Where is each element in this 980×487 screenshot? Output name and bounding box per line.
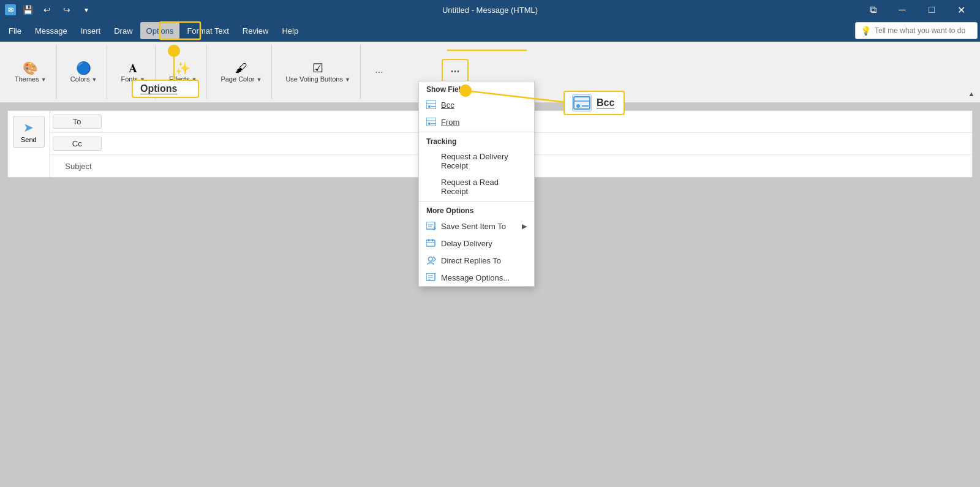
page-color-icon: 🖌 [235, 62, 247, 74]
voting-icon: ☑ [312, 62, 323, 74]
page-color-label: Page Color ▼ [221, 75, 262, 83]
themes-button[interactable]: 🎨 Themes ▼ [10, 59, 51, 85]
menu-bar: File Message Insert Draw Options Format … [0, 20, 980, 42]
themes-icon: 🎨 [23, 62, 38, 74]
bcc-callout-label: Bcc [597, 97, 614, 108]
maximize-btn[interactable]: □ [918, 0, 946, 20]
dropdown-from-item[interactable]: From [419, 113, 534, 130]
title-bar-left: ✉ 💾 ↩ ↪ ▼ [5, 2, 94, 17]
menu-options[interactable]: Options [140, 22, 180, 39]
options-callout-label: Options [140, 83, 177, 94]
app-icon: ✉ [5, 4, 16, 15]
menu-review[interactable]: Review [236, 22, 275, 39]
replies-icon [426, 255, 436, 265]
minimize-btn[interactable]: ─ [888, 0, 916, 20]
voting-label: Use Voting Buttons ▼ [285, 75, 350, 83]
bcc-callout-icon [572, 94, 592, 111]
dropdown-menu: Show Fields Bcc From Tracking Request a [418, 81, 535, 287]
svg-rect-12 [428, 239, 429, 241]
search-icon: 💡 [861, 26, 871, 36]
msg-options-icon [426, 273, 436, 282]
ribbon-group-themes: 🎨 Themes ▼ [5, 45, 57, 99]
delivery-icon [426, 156, 436, 166]
colors-label: Colors ▼ [70, 75, 97, 83]
svg-rect-20 [574, 97, 590, 109]
save-sent-label: Save Sent Item To [441, 222, 506, 231]
dropdown-delay-delivery-item[interactable]: Delay Delivery [419, 235, 534, 252]
svg-point-2 [428, 105, 431, 108]
svg-point-22 [576, 104, 580, 108]
close-btn[interactable]: ✕ [947, 0, 975, 20]
cc-input[interactable] [104, 137, 972, 151]
tell-me-bar[interactable]: 💡 [855, 22, 978, 39]
svg-rect-11 [426, 240, 435, 246]
read-icon [426, 182, 436, 192]
tell-me-input[interactable] [875, 26, 972, 35]
menu-message[interactable]: Message [29, 22, 74, 39]
dropdown-read-receipt-item[interactable]: Request a Read Receipt [419, 174, 534, 200]
tracking-header: Tracking [419, 134, 534, 148]
voting-buttons-button[interactable]: ☑ Use Voting Buttons ▼ [281, 59, 355, 85]
ribbon-collapse-button[interactable]: ▲ [965, 88, 978, 100]
menu-insert[interactable]: Insert [75, 22, 107, 39]
ribbon-group-voting: ☑ Use Voting Buttons ▼ [276, 45, 361, 99]
delay-icon [426, 238, 436, 248]
to-input[interactable] [104, 115, 972, 129]
svg-rect-13 [432, 239, 433, 241]
redo-quick-btn[interactable]: ↪ [59, 2, 75, 17]
page-color-button[interactable]: 🖌 Page Color ▼ [216, 59, 266, 85]
delivery-receipt-label: Request a Delivery Receipt [441, 152, 527, 170]
menu-file[interactable]: File [2, 22, 28, 39]
message-options-label: Message Options... [441, 273, 510, 282]
send-label: Send [21, 136, 37, 143]
dropdown-message-options-item[interactable]: Message Options... [419, 269, 534, 286]
menu-format-text[interactable]: Format Text [181, 22, 235, 39]
send-icon: ➤ [23, 120, 34, 135]
cc-button[interactable]: Cc [53, 137, 102, 151]
dropdown-save-sent-item[interactable]: Save Sent Item To ▶ [419, 217, 534, 235]
restore-btn[interactable]: ⧉ [859, 0, 887, 20]
menu-draw[interactable]: Draw [108, 22, 138, 39]
customize-quick-btn[interactable]: ▼ [78, 2, 94, 17]
show-fields-header: Show Fields [419, 81, 534, 96]
to-button[interactable]: To [53, 115, 102, 129]
title-bar: ✉ 💾 ↩ ↪ ▼ Untitled - Message (HTML) ⧉ ─ … [0, 0, 980, 20]
save-sent-icon [426, 221, 436, 231]
ribbon-group-colors: 🔵 Colors ▼ [61, 45, 108, 99]
more-options-header: More Options [419, 203, 534, 217]
ribbon-group-page-color: 🖌 Page Color ▼ [211, 45, 272, 99]
bcc-icon [426, 100, 436, 110]
dropdown-direct-replies-item[interactable]: Direct Replies To [419, 252, 534, 269]
direct-replies-label: Direct Replies To [441, 256, 501, 265]
options-callout: Options [132, 80, 199, 98]
colors-button[interactable]: 🔵 Colors ▼ [66, 59, 102, 85]
divider-1 [419, 132, 534, 132]
window-title: Untitled - Message (HTML) [442, 6, 538, 15]
fonts-icon: 𝐀 [129, 62, 137, 74]
bcc-label: Bcc [441, 100, 454, 110]
svg-point-15 [429, 257, 433, 262]
overflow-button[interactable]: ··· [369, 62, 389, 82]
menu-help[interactable]: Help [276, 22, 304, 39]
send-button[interactable]: ➤ Send [13, 116, 45, 148]
divider-2 [419, 201, 534, 202]
colors-icon: 🔵 [76, 62, 91, 74]
read-receipt-label: Request a Read Receipt [441, 178, 527, 196]
bcc-callout: Bcc [564, 91, 625, 115]
effects-icon: ✨ [175, 62, 190, 74]
undo-quick-btn[interactable]: ↩ [39, 2, 55, 17]
svg-point-6 [428, 123, 431, 125]
window-controls: ⧉ ─ □ ✕ [859, 0, 975, 20]
dropdown-bcc-item[interactable]: Bcc [419, 96, 534, 113]
delay-delivery-label: Delay Delivery [441, 239, 492, 248]
subject-input[interactable] [99, 159, 972, 173]
from-icon [426, 117, 436, 127]
save-quick-btn[interactable]: 💾 [20, 2, 36, 17]
dropdown-delivery-receipt-item[interactable]: Request a Delivery Receipt [419, 148, 534, 174]
save-sent-arrow: ▶ [522, 222, 527, 230]
svg-rect-4 [426, 118, 436, 126]
compose-left: ➤ Send [8, 111, 50, 177]
from-label: From [441, 118, 459, 127]
svg-rect-0 [426, 100, 436, 109]
themes-label: Themes ▼ [15, 75, 47, 83]
